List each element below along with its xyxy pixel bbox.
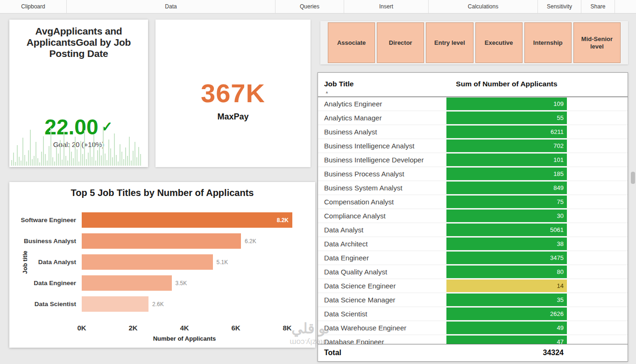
table-row[interactable]: Data Scientist2626: [318, 307, 628, 321]
slicer-button-director[interactable]: Director: [377, 22, 424, 63]
applicants-value-bar: 80: [446, 266, 567, 278]
sparkline-bar: [140, 154, 141, 166]
slicer-button-mid-senior-level[interactable]: Mid-Senior level: [573, 22, 621, 63]
ribbon-group-data[interactable]: Data: [67, 0, 276, 13]
table-row[interactable]: Business Intelligence Developer101: [318, 153, 628, 167]
job-title-cell: Data Science Manager: [324, 293, 396, 307]
bar-wrap: 3.5K: [82, 275, 311, 291]
table-row[interactable]: Database Engineer47: [318, 335, 628, 344]
applicants-value-bar: 49: [446, 322, 567, 334]
column-header-sum-applicants[interactable]: Sum of Number of Applicants: [446, 80, 567, 88]
sparkline-bar: [60, 140, 61, 166]
chart-bar-row: Data Engineer3.5K: [9, 273, 311, 294]
applicants-value-bar: 702: [446, 140, 567, 152]
applicants-value-bar: 6211: [446, 126, 567, 138]
vertical-scrollbar-thumb[interactable]: [631, 172, 635, 184]
data-bar[interactable]: [82, 296, 148, 312]
table-row[interactable]: Data Quality Analyst80: [318, 265, 628, 279]
sparkline-bar: [45, 154, 46, 166]
job-title-cell: Compensation Analyst: [324, 195, 394, 209]
table-row[interactable]: Analytics Manager55: [318, 111, 628, 125]
ribbon-group-label: Sensitivity: [547, 3, 572, 10]
job-title-cell: Database Engineer: [324, 335, 384, 344]
table-row[interactable]: Data Science Engineer14: [318, 279, 628, 293]
sparkline-bar: [134, 142, 135, 166]
applicants-value-bar: 101: [446, 154, 567, 166]
slicer-button-executive[interactable]: Executive: [475, 22, 523, 63]
sparkline-bar: [52, 157, 53, 166]
x-tick-label: 4K: [180, 323, 189, 333]
sort-ascending-icon[interactable]: ▲: [325, 90, 329, 94]
sparkline-bar: [133, 151, 134, 166]
sparkline-bar: [73, 158, 74, 166]
table-row[interactable]: Analytics Engineer109: [318, 97, 628, 111]
table-row[interactable]: Data Architect38: [318, 237, 628, 251]
sparkline-bar: [21, 161, 21, 166]
category-label: Business Analyst: [9, 238, 82, 245]
sparkline-bar: [138, 147, 139, 166]
applicants-value-bar: 14: [446, 280, 567, 292]
slicer-button-internship[interactable]: Internship: [524, 22, 572, 63]
sparkline-bar: [129, 137, 130, 166]
ribbon: ClipboardDataQueriesInsertCalculationsSe…: [0, 0, 636, 14]
ribbon-group-clipboard[interactable]: Clipboard: [0, 0, 67, 13]
data-bar[interactable]: 8.2K: [82, 212, 292, 228]
sparkline-bar: [125, 147, 126, 166]
table-row[interactable]: Data Science Manager35: [318, 293, 628, 307]
table-row[interactable]: Business Process Analyst185: [318, 167, 628, 181]
ribbon-group-queries[interactable]: Queries: [276, 0, 344, 13]
ribbon-group-share[interactable]: Share: [581, 0, 615, 13]
data-bar[interactable]: [82, 233, 241, 249]
applicants-value-bar: 849: [446, 182, 567, 194]
table-row[interactable]: Data Engineer3475: [318, 251, 628, 265]
chart-bar-row: Business Analyst6.2K: [9, 231, 311, 252]
data-bar[interactable]: [82, 254, 213, 270]
bar-wrap: 8.2K: [82, 212, 311, 228]
applicants-value-bar: 109: [446, 98, 567, 110]
category-label: Data Analyst: [9, 259, 82, 266]
sparkline-bar: [50, 128, 51, 166]
ribbon-group-calculations[interactable]: Calculations: [429, 0, 538, 13]
table-row[interactable]: Data Warehouse Engineer49: [318, 321, 628, 335]
chart-title: Top 5 Job Titles by Number of Applicants: [9, 188, 315, 198]
data-bar[interactable]: [82, 275, 172, 291]
ribbon-group-label: Insert: [379, 3, 393, 10]
sparkline-bar: [34, 156, 35, 166]
chart-bar-row: Software Engineer8.2K: [9, 210, 311, 231]
top5-bar-chart-card[interactable]: Top 5 Job Titles by Number of Applicants…: [9, 182, 315, 348]
table-row[interactable]: Compensation Analyst75: [318, 195, 628, 209]
slicer-button-associate[interactable]: Associate: [328, 22, 375, 63]
kpi-sparkline: [11, 125, 146, 166]
sparkline-bar: [17, 145, 18, 166]
sparkline-bar: [56, 147, 57, 166]
sparkline-bar: [67, 161, 68, 166]
table-rows: Analytics Engineer109Analytics Manager55…: [318, 97, 628, 344]
maxpay-card[interactable]: 367K MaxPay: [155, 20, 311, 167]
sparkline-bar: [88, 153, 89, 166]
ribbon-group-insert[interactable]: Insert: [344, 0, 429, 13]
job-title-cell: Business System Analyst: [324, 181, 403, 195]
sparkline-bar: [105, 154, 106, 166]
table-row[interactable]: Compliance Analyst30: [318, 209, 628, 223]
table-row[interactable]: Business Analyst6211: [318, 125, 628, 139]
sparkline-bar: [93, 134, 94, 166]
sparkline-bar: [131, 161, 132, 166]
sparkline-bar: [97, 150, 98, 166]
job-title-cell: Data Analyst: [324, 223, 363, 237]
sparkline-bar: [92, 157, 92, 166]
slicer-button-entry-level[interactable]: Entry level: [426, 22, 473, 63]
table-row[interactable]: Business System Analyst849: [318, 181, 628, 195]
job-title-cell: Data Quality Analyst: [324, 265, 387, 279]
column-header-job-title[interactable]: Job Title: [324, 80, 353, 88]
table-row[interactable]: Data Analyst5061: [318, 223, 628, 237]
applicants-value-bar: 75: [446, 196, 567, 208]
x-tick-label: 0K: [77, 323, 86, 333]
job-title-cell: Data Warehouse Engineer: [324, 321, 406, 335]
table-row[interactable]: Business Intelligence Analyst702: [318, 139, 628, 153]
kpi-card[interactable]: AvgApplicants and ApplicantsGoal by Job …: [9, 20, 148, 167]
applicants-value-bar: 185: [446, 168, 567, 180]
ribbon-group-sensitivity[interactable]: Sensitivity: [538, 0, 581, 13]
sparkline-bar: [43, 136, 44, 166]
ribbon-group-label: Calculations: [468, 3, 498, 10]
sparkline-bar: [114, 133, 115, 166]
